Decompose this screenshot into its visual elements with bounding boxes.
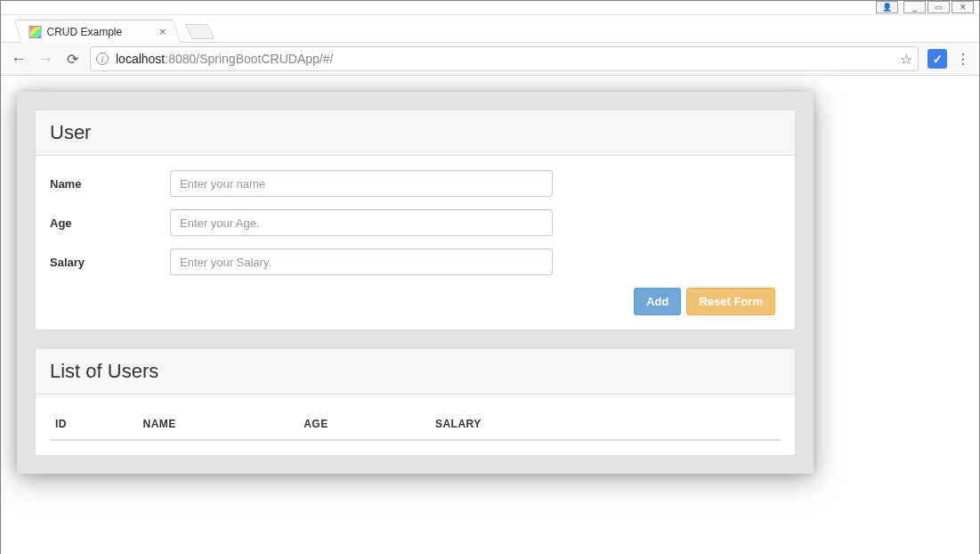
user-profile-button[interactable]: 👤 [876, 1, 898, 13]
col-age: AGE [298, 409, 430, 440]
name-label: Name [50, 177, 170, 191]
page-container: User Name Age Salary Add [17, 92, 814, 474]
titlebar: 👤 ⎯ ▭ ✕ [1, 1, 979, 15]
user-list-panel: List of Users ID NAME AGE SALARY [35, 348, 796, 456]
age-label: Age [50, 216, 170, 230]
browser-window: 👤 ⎯ ▭ ✕ CRUD Example × ← → ⟳ i localhost… [0, 0, 980, 554]
browser-toolbar: ← → ⟳ i localhost:8080/SpringBootCRUDApp… [1, 42, 979, 76]
browser-menu-button[interactable]: ⋮ [956, 51, 970, 68]
reload-button[interactable]: ⟳ [63, 51, 81, 68]
form-actions: Add Reset Form [50, 288, 781, 315]
reset-form-button[interactable]: Reset Form [686, 288, 775, 315]
url-text: localhost:8080/SpringBootCRUDApp/#/ [116, 52, 333, 66]
user-list-body: ID NAME AGE SALARY [36, 395, 795, 455]
new-tab-button[interactable] [185, 24, 215, 39]
col-salary: SALARY [430, 409, 781, 440]
col-id: ID [50, 409, 138, 440]
form-row-salary: Salary [50, 248, 781, 275]
name-input[interactable] [170, 170, 553, 197]
close-window-button[interactable]: ✕ [952, 1, 974, 13]
user-list-title: List of Users [36, 349, 795, 395]
page-viewport[interactable]: User Name Age Salary Add [1, 76, 979, 554]
tab-strip: CRUD Example × [1, 15, 979, 42]
site-info-icon[interactable]: i [96, 53, 109, 65]
form-row-name: Name [50, 170, 781, 197]
tab-crud-example[interactable]: CRUD Example × [13, 20, 181, 43]
add-button[interactable]: Add [634, 288, 681, 315]
address-bar[interactable]: i localhost:8080/SpringBootCRUDApp/#/ ☆ [90, 46, 919, 71]
back-button[interactable]: ← [10, 50, 28, 69]
form-row-age: Age [50, 209, 781, 236]
bookmark-star-icon[interactable]: ☆ [900, 51, 912, 68]
close-tab-icon[interactable]: × [159, 25, 166, 38]
forward-button[interactable]: → [36, 50, 54, 69]
users-table: ID NAME AGE SALARY [50, 409, 781, 441]
extension-button[interactable]: ✓ [927, 49, 947, 69]
table-header-row: ID NAME AGE SALARY [50, 409, 781, 440]
salary-label: Salary [50, 256, 170, 269]
user-form-body: Name Age Salary Add Reset Form [36, 156, 795, 330]
favicon-icon [28, 26, 41, 38]
user-form-panel: User Name Age Salary Add [35, 110, 796, 330]
tab-title: CRUD Example [46, 26, 122, 38]
minimize-button[interactable]: ⎯ [903, 1, 926, 13]
age-input[interactable] [170, 209, 553, 236]
col-name: NAME [138, 409, 299, 440]
maximize-button[interactable]: ▭ [927, 1, 950, 13]
salary-input[interactable] [170, 248, 553, 275]
user-form-title: User [36, 110, 795, 156]
